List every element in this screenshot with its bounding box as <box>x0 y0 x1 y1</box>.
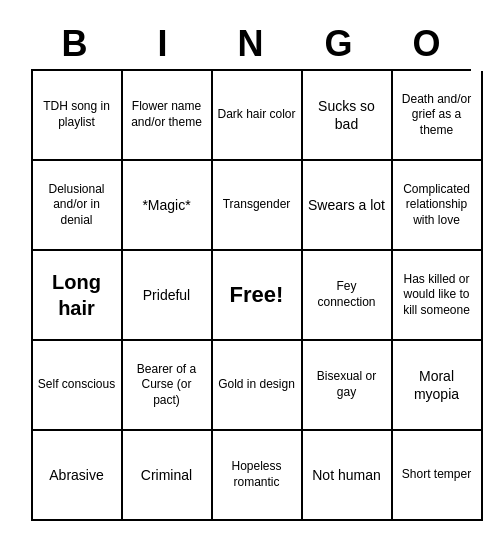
bingo-cell-12: Free! <box>213 251 303 341</box>
bingo-cell-6: *Magic* <box>123 161 213 251</box>
bingo-cell-24: Short temper <box>393 431 483 521</box>
bingo-cell-5: Delusional and/or in denial <box>33 161 123 251</box>
bingo-cell-11: Prideful <box>123 251 213 341</box>
bingo-cell-16: Bearer of a Curse (or pact) <box>123 341 213 431</box>
bingo-cell-10: Long hair <box>33 251 123 341</box>
bingo-cell-17: Gold in design <box>213 341 303 431</box>
bingo-cell-0: TDH song in playlist <box>33 71 123 161</box>
bingo-cell-14: Has killed or would like to kill someone <box>393 251 483 341</box>
bingo-cell-2: Dark hair color <box>213 71 303 161</box>
bingo-cell-7: Transgender <box>213 161 303 251</box>
bingo-header: BINGO <box>31 23 471 65</box>
header-letter-b: B <box>32 23 118 65</box>
header-letter-i: I <box>120 23 206 65</box>
bingo-cell-9: Complicated relationship with love <box>393 161 483 251</box>
bingo-cell-22: Hopeless romantic <box>213 431 303 521</box>
header-letter-n: N <box>208 23 294 65</box>
bingo-card: BINGO TDH song in playlistFlower name an… <box>21 13 481 531</box>
header-letter-g: G <box>296 23 382 65</box>
bingo-cell-20: Abrasive <box>33 431 123 521</box>
bingo-cell-1: Flower name and/or theme <box>123 71 213 161</box>
bingo-cell-18: Bisexual or gay <box>303 341 393 431</box>
header-letter-o: O <box>384 23 470 65</box>
bingo-cell-21: Criminal <box>123 431 213 521</box>
bingo-cell-19: Moral myopia <box>393 341 483 431</box>
bingo-cell-23: Not human <box>303 431 393 521</box>
bingo-grid: TDH song in playlistFlower name and/or t… <box>31 69 471 521</box>
bingo-cell-3: Sucks so bad <box>303 71 393 161</box>
bingo-cell-15: Self conscious <box>33 341 123 431</box>
bingo-cell-13: Fey connection <box>303 251 393 341</box>
bingo-cell-8: Swears a lot <box>303 161 393 251</box>
bingo-cell-4: Death and/or grief as a theme <box>393 71 483 161</box>
